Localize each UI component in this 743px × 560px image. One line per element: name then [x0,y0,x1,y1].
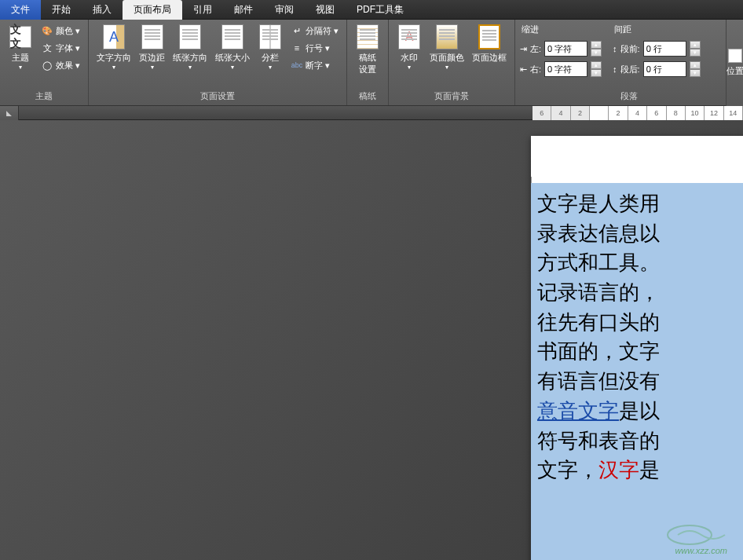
indent-right-row: ⇤ 右: ▴▾ [520,61,602,77]
page-color-icon [434,24,459,49]
tab-review[interactable]: 审阅 [264,0,305,20]
group-label-theme: 主题 [3,89,85,105]
spacing-before-down[interactable]: ▾ [690,49,701,57]
paper-size-button[interactable]: 纸张大小▾ [212,23,253,72]
hyphenation-icon: abc [291,59,303,71]
themes-button[interactable]: 文文 主题 ▾ [5,23,36,72]
position-button[interactable]: 位置 [723,47,744,79]
hyphenation-button[interactable]: abc断字▾ [287,57,342,73]
manuscript-settings-button[interactable]: 稿纸 设置 [352,23,383,77]
spacing-after-down[interactable]: ▾ [690,69,701,77]
spacing-header: 间距 [613,23,701,36]
columns-button[interactable]: 分栏▾ [254,23,286,72]
colors-icon: 🎨 [41,24,53,37]
indent-left-icon: ⇥ [520,44,527,54]
tab-page-layout[interactable]: 页面布局 [123,0,182,20]
document-page[interactable]: 文字是人类用 录表达信息以 方式和工具。 记录语言的， 往先有口头的 书面的，文… [531,136,743,560]
red-text: 汉字 [598,458,639,481]
group-label-manuscript: 稿纸 [350,89,385,105]
text-direction-icon: A [101,24,126,49]
orientation-button[interactable]: 纸张方向▾ [170,23,210,72]
indent-left-input[interactable] [544,41,587,57]
page-borders-button[interactable]: 页面边框 [469,23,510,65]
indent-left-row: ⇥ 左: ▴▾ [520,41,602,57]
horizontal-ruler[interactable]: 6 4 2 2 4 6 8 10 12 14 [533,106,743,120]
group-label-paragraph: 段落 [518,89,739,105]
spacing-after-icon: ↕ [613,64,617,74]
document-area[interactable]: 文字是人类用 录表达信息以 方式和工具。 记录语言的， 往先有口头的 书面的，文… [0,120,743,560]
orientation-icon [178,24,203,49]
watermark-text: www.xzz.com [675,546,727,555]
ruler-corner[interactable]: ◣ [0,106,19,120]
indent-left-down[interactable]: ▾ [591,49,602,57]
watermark-button[interactable]: A水印▾ [393,23,425,72]
tab-references[interactable]: 引用 [182,0,223,20]
svg-point-0 [668,525,712,544]
spacing-before-label: 段前: [620,43,640,55]
group-page-background: A水印▾ 页面颜色▾ 页面边框 页面背景 [389,20,515,105]
fonts-icon: 文 [41,42,53,54]
margins-button[interactable]: 页边距▾ [136,23,168,72]
ribbon: 文文 主题 ▾ 🎨颜色▾ 文字体▾ ◯效果▾ 主题 A文字方向▾ 页边距▾ 纸张… [0,20,743,106]
tab-mail[interactable]: 邮件 [223,0,264,20]
page-borders-icon [477,24,502,49]
line-numbers-icon: ≡ [291,42,303,54]
tab-view[interactable]: 视图 [305,0,346,20]
manuscript-icon [355,24,380,49]
group-page-setup: A文字方向▾ 页边距▾ 纸张方向▾ 纸张大小▾ 分栏▾ ↵分隔符▾ ≡行号▾ a… [89,20,347,105]
spacing-after-input[interactable] [643,61,686,77]
spacing-after-label: 段后: [620,64,640,75]
spacing-before-up[interactable]: ▴ [690,41,701,49]
breaks-button[interactable]: ↵分隔符▾ [287,23,342,38]
theme-effects-button[interactable]: ◯效果▾ [38,57,83,73]
tab-insert[interactable]: 插入 [82,0,123,20]
margins-icon [140,24,165,49]
tab-home[interactable]: 开始 [41,0,82,20]
ruler-bar: ◣ 6 4 2 2 4 6 8 10 12 14 [0,106,743,120]
chevron-down-icon: ▾ [19,64,22,71]
spacing-after-row: ↕ 段后: ▴▾ [613,61,701,77]
effects-icon: ◯ [41,59,53,71]
indent-left-up[interactable]: ▴ [591,41,602,49]
group-label-page-bg: 页面背景 [392,89,511,105]
themes-icon: 文文 [8,24,33,49]
indent-right-icon: ⇤ [520,64,527,75]
indent-header: 缩进 [520,23,602,36]
hyperlink-text[interactable]: 意音文字 [537,399,619,423]
indent-right-up[interactable]: ▴ [591,61,602,69]
tab-pdf-tools[interactable]: PDF工具集 [346,0,415,20]
text-direction-button[interactable]: A文字方向▾ [93,23,134,72]
group-manuscript: 稿纸 设置 稿纸 [347,20,389,105]
columns-icon [258,24,283,49]
spacing-before-icon: ↕ [613,44,617,53]
spacing-before-row: ↕ 段前: ▴▾ [613,41,701,57]
tab-file[interactable]: 文件 [0,0,41,20]
spacing-before-input[interactable] [643,41,686,57]
line-numbers-button[interactable]: ≡行号▾ [287,40,342,56]
position-icon [728,49,742,63]
group-arrange-partial: 位置 [726,20,743,106]
group-paragraph: 缩进 ⇥ 左: ▴▾ ⇤ 右: ▴▾ 间距 ↕ 段前: [515,20,743,105]
group-theme: 文文 主题 ▾ 🎨颜色▾ 文字体▾ ◯效果▾ 主题 [0,20,89,105]
menu-tabs: 文件 开始 插入 页面布局 引用 邮件 审阅 视图 PDF工具集 [0,0,743,20]
theme-fonts-button[interactable]: 文字体▾ [38,40,83,56]
watermark-logo-icon [666,524,737,546]
paper-size-icon [220,24,245,49]
indent-right-label: 右: [530,64,541,75]
group-label-page-setup: 页面设置 [92,89,343,105]
indent-left-label: 左: [530,43,541,55]
breaks-icon: ↵ [291,24,303,37]
spacing-after-up[interactable]: ▴ [690,61,701,69]
indent-right-down[interactable]: ▾ [591,69,602,77]
theme-colors-button[interactable]: 🎨颜色▾ [38,23,83,38]
page-color-button[interactable]: 页面颜色▾ [426,23,467,72]
watermark-icon: A [397,24,422,49]
indent-right-input[interactable] [544,61,587,77]
selected-text[interactable]: 文字是人类用 录表达信息以 方式和工具。 记录语言的， 往先有口头的 书面的，文… [531,183,743,560]
